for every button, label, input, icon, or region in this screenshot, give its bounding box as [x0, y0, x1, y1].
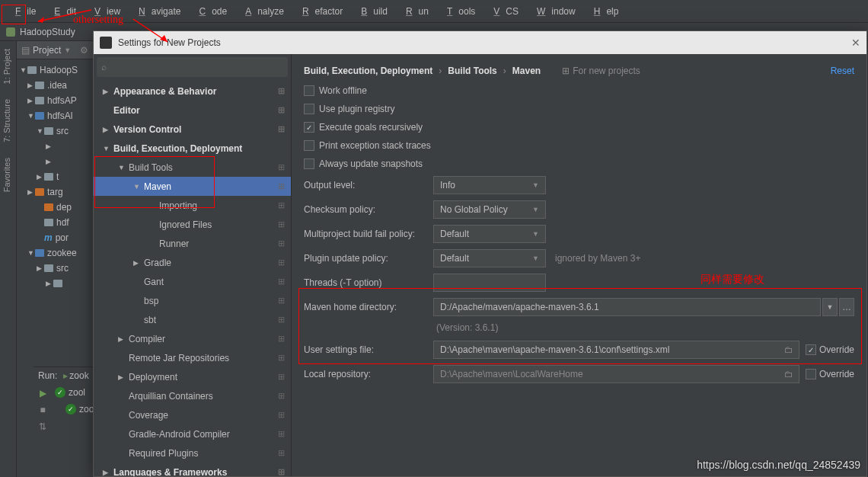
settings-tree-item[interactable]: Gant⊞	[94, 272, 291, 291]
local-repo-input[interactable]: D:\Apache\maven\LocalWareHome	[433, 365, 799, 383]
main-menubar: FileEditViewNavigateCodeAnalyzeRefactorB…	[0, 0, 868, 23]
tree-node[interactable]: ▶.idea	[17, 78, 93, 93]
run-result-row[interactable]: ✓ zool	[52, 384, 93, 401]
settings-tree-item[interactable]: ▼Build, Execution, Deployment	[94, 139, 291, 158]
settings-tree-item[interactable]: Editor⊞	[94, 101, 291, 120]
checkbox-icon	[304, 122, 314, 133]
menu-item[interactable]: Window	[525, 6, 582, 17]
menu-item[interactable]: View	[82, 6, 126, 17]
output-level-select[interactable]: Info▼	[433, 176, 546, 194]
folder-icon[interactable]: 🗀	[781, 367, 796, 382]
tree-node[interactable]: dep	[17, 200, 93, 215]
dialog-titlebar[interactable]: Settings for New Projects ✕	[94, 31, 866, 54]
success-icon: ✓	[65, 404, 76, 415]
project-title: Project	[33, 45, 61, 56]
run-result-row[interactable]: ✓ zool	[52, 401, 93, 418]
settings-search-input[interactable]: ⌕	[97, 57, 288, 77]
chevron-down-icon[interactable]: ▼	[64, 46, 71, 54]
checkbox-option[interactable]: Execute goals recursively	[304, 118, 854, 136]
menu-item[interactable]: Refactor	[290, 6, 349, 17]
settings-tree-item[interactable]: sbt⊞	[94, 310, 291, 329]
settings-tree-item[interactable]: ▶Languages & Frameworks⊞	[94, 463, 291, 476]
chevron-down-icon: ▼	[532, 255, 539, 262]
tool-window-tab[interactable]: Favorites	[0, 150, 14, 200]
folder-icon[interactable]: 🗀	[781, 342, 796, 357]
tree-node[interactable]: ▶hdfsAP	[17, 93, 93, 108]
menu-item[interactable]: Help	[582, 6, 625, 17]
settings-tree-item[interactable]: Arquillian Containers⊞	[94, 386, 291, 405]
breadcrumb-item[interactable]: Build Tools	[448, 66, 496, 76]
success-icon: ✓	[55, 387, 65, 398]
reset-link[interactable]: Reset	[831, 66, 854, 76]
project-panel-header[interactable]: ▤ Project ▼ ⚙	[17, 41, 93, 59]
nav-project-name[interactable]: HadoopStudy	[20, 27, 75, 37]
checkbox-option[interactable]: Use plugin registry	[304, 100, 854, 118]
tree-node[interactable]: ▶	[17, 154, 93, 169]
tree-node[interactable]: ▶	[17, 139, 93, 154]
run-target[interactable]: zook	[69, 370, 88, 381]
menu-item[interactable]: Run	[394, 6, 435, 17]
plugin-update-note: ignored by Maven 3+	[555, 253, 640, 264]
settings-tree-item[interactable]: Coverage⊞	[94, 405, 291, 424]
tree-node[interactable]: ▼zookee	[17, 245, 93, 261]
tree-node[interactable]: hdf	[17, 215, 93, 230]
plugin-update-select[interactable]: Default▼	[433, 249, 546, 267]
settings-tree-item[interactable]: ▶Appearance & Behavior⊞	[94, 82, 291, 101]
settings-tree-item[interactable]: Importing⊞	[94, 196, 291, 215]
chevron-down-icon: ▼	[532, 230, 539, 238]
checkbox-option[interactable]: Work offline	[304, 82, 854, 100]
tree-node[interactable]: ▶	[17, 276, 93, 291]
user-settings-override-checkbox[interactable]: Override	[806, 344, 854, 355]
close-icon[interactable]: ✕	[851, 37, 860, 49]
maven-home-browse[interactable]: …	[839, 298, 854, 316]
settings-sidebar: ⌕ ▶Appearance & Behavior⊞Editor⊞▶Version…	[94, 54, 292, 476]
tree-node[interactable]: mpor	[17, 230, 93, 245]
breadcrumb-item[interactable]: Build, Execution, Deployment	[304, 66, 432, 76]
tool-window-tab[interactable]: 7: Structure	[0, 91, 14, 150]
checkbox-option[interactable]: Print exception stack traces	[304, 136, 854, 155]
output-level-label: Output level:	[304, 180, 433, 190]
settings-tree-item[interactable]: Remote Jar Repositories⊞	[94, 348, 291, 367]
settings-tree-item[interactable]: ▶Compiler⊞	[94, 329, 291, 348]
checksum-policy-select[interactable]: No Global Policy▼	[433, 200, 546, 219]
user-settings-input[interactable]: D:\Apache\maven\apache-maven-3.6.1\conf\…	[433, 341, 799, 359]
rerun-button[interactable]: ▶	[35, 386, 50, 401]
menu-item[interactable]: Navigate	[126, 6, 187, 17]
threads-input[interactable]	[433, 274, 546, 292]
tool-window-tab[interactable]: 1: Project	[0, 41, 14, 91]
plus-icon: ⊞	[562, 66, 570, 76]
menu-item[interactable]: Analyze	[233, 6, 290, 17]
checkbox-icon	[806, 344, 816, 355]
menu-item[interactable]: File	[3, 6, 42, 17]
checkbox-option[interactable]: Always update snapshots	[304, 155, 854, 173]
settings-tree-item[interactable]: Runner⊞	[94, 234, 291, 253]
maven-home-input[interactable]: D:/Apache/maven/apache-maven-3.6.1	[433, 298, 821, 316]
stop-button[interactable]: ■	[35, 402, 50, 418]
tree-node[interactable]: ▶t	[17, 169, 93, 184]
menu-item[interactable]: Tools	[435, 6, 481, 17]
tree-node[interactable]: ▶src	[17, 261, 93, 276]
local-repo-override-checkbox[interactable]: Override	[806, 369, 854, 379]
menu-item[interactable]: Build	[349, 6, 394, 17]
tree-node[interactable]: ▶targ	[17, 184, 93, 200]
settings-tree-item[interactable]: ▶Gradle⊞	[94, 253, 291, 272]
tree-node[interactable]: ▼src	[17, 123, 93, 139]
settings-tree-item[interactable]: bsp⊞	[94, 291, 291, 310]
menu-item[interactable]: VCS	[481, 6, 525, 17]
maven-home-dropdown[interactable]: ▼	[822, 298, 838, 316]
settings-tree-item[interactable]: Ignored Files⊞	[94, 215, 291, 234]
multiproject-fail-select[interactable]: Default▼	[433, 225, 546, 243]
menu-item[interactable]: Code	[187, 6, 233, 17]
settings-tree-item[interactable]: ▼Build Tools⊞	[94, 158, 291, 177]
toggle-button[interactable]: ⇅	[35, 419, 50, 434]
settings-tree-item[interactable]: ▶Version Control⊞	[94, 120, 291, 139]
menu-item[interactable]: Edit	[42, 6, 82, 17]
checksum-policy-label: Checksum policy:	[304, 204, 433, 215]
gear-icon[interactable]: ⚙	[80, 45, 88, 56]
settings-tree-item[interactable]: ▶Deployment⊞	[94, 367, 291, 386]
settings-tree-item[interactable]: ▼Maven⊞	[94, 177, 291, 196]
tree-node[interactable]: ▼HadoopS	[17, 62, 93, 78]
settings-tree-item[interactable]: Required Plugins⊞	[94, 443, 291, 463]
tree-node[interactable]: ▼hdfsAl	[17, 108, 93, 123]
settings-tree-item[interactable]: Gradle-Android Compiler⊞	[94, 424, 291, 443]
